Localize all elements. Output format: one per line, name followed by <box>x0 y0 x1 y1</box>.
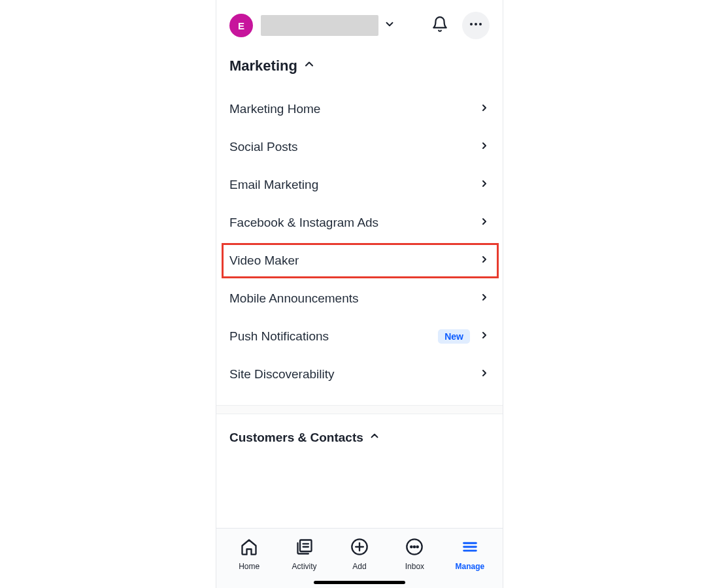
avatar[interactable]: E <box>229 14 253 37</box>
menu-label: Mobile Announcements <box>229 291 359 306</box>
more-button[interactable] <box>462 12 490 39</box>
bell-icon <box>431 16 448 35</box>
nav-label: Inbox <box>405 562 424 571</box>
chevron-down-icon[interactable] <box>384 18 395 33</box>
menu-item-email-marketing[interactable]: Email Marketing <box>216 166 503 204</box>
activity-icon <box>295 538 314 559</box>
chevron-right-icon <box>479 140 490 154</box>
svg-point-11 <box>414 546 415 547</box>
menu-item-site-discoverability[interactable]: Site Discoverability <box>216 355 503 393</box>
svg-point-12 <box>417 546 418 547</box>
menu-item-video-maker[interactable]: Video Maker <box>216 242 503 280</box>
top-actions <box>428 12 490 39</box>
chevron-right-icon <box>479 178 490 192</box>
section-title: Marketing <box>229 57 297 74</box>
chevron-right-icon <box>479 216 490 230</box>
home-icon <box>240 538 258 559</box>
menu-item-social-posts[interactable]: Social Posts <box>216 128 503 166</box>
svg-rect-3 <box>300 540 312 552</box>
new-badge: New <box>438 329 470 344</box>
menu-label: Marketing Home <box>229 102 320 116</box>
menu-item-mobile-announcements[interactable]: Mobile Announcements <box>216 280 503 318</box>
menu-label: Site Discoverability <box>229 367 335 382</box>
nav-label: Activity <box>292 562 317 571</box>
menu-label: Social Posts <box>229 140 298 154</box>
nav-manage[interactable]: Manage <box>443 538 497 571</box>
menu-label: Video Maker <box>229 253 299 268</box>
chevron-up-icon <box>369 430 380 445</box>
top-bar: E <box>216 0 503 46</box>
section-divider <box>216 405 503 414</box>
nav-activity[interactable]: Activity <box>276 538 331 571</box>
chevron-up-icon <box>303 57 316 74</box>
svg-point-1 <box>475 23 477 25</box>
menu-icon <box>461 538 479 559</box>
nav-home[interactable]: Home <box>222 538 276 571</box>
more-horizontal-icon <box>468 16 484 35</box>
app-screen: E Marketing Marketing Home <box>216 0 503 588</box>
menu-label: Facebook & Instagram Ads <box>229 216 378 230</box>
chevron-right-icon <box>479 291 490 306</box>
section-header-marketing[interactable]: Marketing <box>216 46 503 90</box>
home-indicator <box>314 581 405 584</box>
svg-point-10 <box>411 546 412 547</box>
menu-item-push-notifications[interactable]: Push Notifications New <box>216 318 503 355</box>
section-title: Customers & Contacts <box>229 431 363 445</box>
inbox-icon <box>405 538 424 559</box>
menu-item-marketing-home[interactable]: Marketing Home <box>216 90 503 128</box>
chevron-right-icon <box>479 253 490 268</box>
site-name-redacted[interactable] <box>261 15 378 36</box>
notifications-button[interactable] <box>428 14 452 37</box>
svg-point-0 <box>470 23 473 25</box>
add-icon <box>350 538 369 559</box>
nav-label: Home <box>239 562 259 571</box>
marketing-menu: Marketing Home Social Posts Email Market… <box>216 90 503 393</box>
nav-label: Add <box>352 562 366 571</box>
nav-inbox[interactable]: Inbox <box>387 538 442 571</box>
nav-add[interactable]: Add <box>332 538 387 571</box>
chevron-right-icon <box>479 329 490 344</box>
section-header-customers[interactable]: Customers & Contacts <box>216 414 503 461</box>
menu-item-facebook-instagram-ads[interactable]: Facebook & Instagram Ads <box>216 204 503 242</box>
chevron-right-icon <box>479 367 490 382</box>
chevron-right-icon <box>479 102 490 116</box>
menu-label: Push Notifications <box>229 329 329 344</box>
menu-label: Email Marketing <box>229 178 318 192</box>
nav-label: Manage <box>455 562 484 571</box>
svg-point-2 <box>479 23 482 25</box>
bottom-nav: Home Activity Add Inbox <box>216 528 503 588</box>
